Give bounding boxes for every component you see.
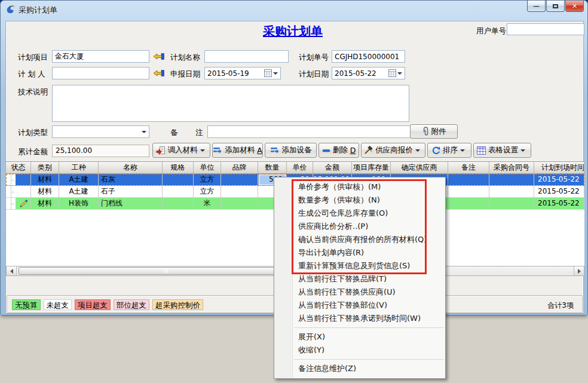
picker-hand-icon[interactable] <box>153 69 165 78</box>
cell[interactable]: 2015-05-22 <box>534 186 584 198</box>
cell[interactable]: 石灰 <box>99 174 163 186</box>
cell[interactable]: 材料 <box>31 198 59 210</box>
cell[interactable] <box>163 198 194 210</box>
close-button[interactable]: ✕ <box>565 1 584 12</box>
plan-date-input[interactable]: 2015-05-22 <box>332 67 405 79</box>
table-grid-icon <box>477 146 486 155</box>
menu-item[interactable]: 单价参考（供审核）(M) <box>274 180 445 194</box>
menu-item[interactable]: 从当前行往下替换品牌(T) <box>274 272 445 286</box>
table-header-row[interactable]: 状态 类别 工种 名称 规格 单位 品牌 数量 单价 金额 项目库存量 确定供应… <box>6 162 584 174</box>
cell[interactable]: 2015-05-22 <box>534 198 584 210</box>
menu-item[interactable]: 重新计算预算信息及到货信息(S) <box>274 259 445 272</box>
context-menu: 单价参考（供审核）(M) 数量参考（供审核）(N) 生成公司仓库总库存量(O) … <box>274 177 446 379</box>
cell[interactable] <box>221 174 258 186</box>
header-cell[interactable]: 规格 <box>163 162 194 173</box>
header-cell[interactable]: 金额 <box>313 162 352 173</box>
cell[interactable]: H装饰 <box>59 198 99 210</box>
cell[interactable]: 立方 <box>194 186 221 198</box>
tree-expander[interactable] <box>6 198 16 209</box>
calendar-icon[interactable] <box>388 69 396 77</box>
chevron-down-icon <box>200 149 205 152</box>
button-label: 删除 <box>333 145 348 155</box>
cell[interactable] <box>448 198 489 210</box>
cell[interactable] <box>489 174 534 186</box>
row-status-cell[interactable] <box>6 174 31 186</box>
menu-item[interactable]: 备注信息维护(Z) <box>274 362 445 375</box>
minimize-button[interactable]: — <box>527 1 546 12</box>
header-cell[interactable]: 品牌 <box>221 162 258 173</box>
cell[interactable]: A土建 <box>59 174 99 186</box>
header-cell[interactable]: 类别 <box>31 162 59 173</box>
cell[interactable] <box>448 186 489 198</box>
header-cell[interactable]: 单价 <box>287 162 313 173</box>
window-titlebar[interactable]: 采购计划单 — ✕ <box>1 1 587 18</box>
maximize-button[interactable] <box>546 1 565 12</box>
table-settings-button[interactable]: 表格设置 <box>473 143 531 158</box>
tree-expander[interactable] <box>6 186 16 197</box>
remark-input[interactable] <box>207 125 413 138</box>
scrollbar-thumb[interactable] <box>19 267 313 275</box>
menu-item[interactable]: 数量参考（供审核）(N) <box>274 194 445 207</box>
calendar-icon[interactable] <box>264 69 272 77</box>
menu-item[interactable]: 从当前行往下替换承诺到场时间(W) <box>274 312 445 325</box>
delete-button[interactable]: 删除D <box>318 143 359 158</box>
header-cell[interactable]: 数量 <box>258 162 287 173</box>
cell[interactable]: 2015-05-22 <box>534 174 584 186</box>
header-cell[interactable]: 单位 <box>194 162 221 173</box>
picker-hand-icon[interactable] <box>153 52 165 62</box>
attachment-button[interactable]: 附件 <box>410 124 458 139</box>
cell[interactable]: A土建 <box>59 186 99 198</box>
row-status-cell[interactable] <box>6 198 31 210</box>
plan-type-select[interactable] <box>52 125 149 138</box>
header-cell[interactable]: 状态 <box>6 162 31 173</box>
chevron-down-icon[interactable] <box>397 72 402 75</box>
scroll-right-arrow[interactable] <box>574 266 584 275</box>
header-cell[interactable]: 名称 <box>99 162 163 173</box>
import-material-button[interactable]: 调入材料 <box>152 143 210 158</box>
cell[interactable] <box>489 198 534 210</box>
menu-item[interactable]: 供应商比价分析..(P) <box>274 220 445 233</box>
header-cell[interactable]: 项目库存量 <box>352 162 391 173</box>
sort-button[interactable]: 排序 <box>427 143 471 158</box>
add-equipment-button[interactable]: 添加设备 <box>265 143 317 158</box>
plan-name-input[interactable] <box>204 50 289 63</box>
cell[interactable] <box>221 186 258 198</box>
menu-item[interactable]: 从当前行往下替换部位(V) <box>274 299 445 312</box>
cell[interactable] <box>448 174 489 186</box>
planner-input[interactable] <box>52 67 149 79</box>
tech-note-textarea[interactable] <box>52 85 409 122</box>
user-no-input[interactable] <box>507 23 584 35</box>
menu-item[interactable]: 展开(X) <box>274 330 445 344</box>
menu-item[interactable]: 确认当前供应商有报价的所有材料(Q) <box>274 233 445 246</box>
cell[interactable] <box>163 186 194 198</box>
tree-expander[interactable] <box>6 174 16 185</box>
supplier-quote-button[interactable]: 供应商报价 <box>361 143 425 158</box>
cell[interactable]: 立方 <box>194 174 221 186</box>
menu-item[interactable]: 生成公司仓库总库存量(O) <box>274 207 445 220</box>
cell[interactable] <box>221 198 258 210</box>
cell[interactable] <box>489 186 534 198</box>
cell[interactable]: 米 <box>194 198 221 210</box>
add-material-button[interactable]: 添加材料A <box>212 143 263 158</box>
plan-no-input[interactable] <box>332 50 405 63</box>
header-cell[interactable]: 计划到场时间 <box>534 162 584 173</box>
plan-project-input[interactable] <box>52 50 149 63</box>
cell[interactable]: 门档线 <box>99 198 163 210</box>
button-label: 表格设置 <box>488 145 518 155</box>
declare-date-input[interactable]: 2015-05-19 <box>204 67 281 79</box>
menu-item[interactable]: 从当前行往下替换供应商(U) <box>274 286 445 299</box>
menu-item[interactable]: 导出计划单内容(R) <box>274 246 445 259</box>
chevron-down-icon[interactable] <box>273 72 278 75</box>
row-status-cell[interactable] <box>6 186 31 198</box>
cell[interactable] <box>163 174 194 186</box>
scroll-left-arrow[interactable] <box>7 266 17 275</box>
cell[interactable]: 材料 <box>31 186 59 198</box>
legend-chip: 超采购控制价 <box>152 299 203 310</box>
cell[interactable]: 材料 <box>31 174 59 186</box>
header-cell[interactable]: 工种 <box>59 162 99 173</box>
menu-item[interactable]: 收缩(Y) <box>274 344 445 357</box>
header-cell[interactable]: 采购合同号 <box>489 162 534 173</box>
cell[interactable]: 石子 <box>99 186 163 198</box>
header-cell[interactable]: 确定供应商 <box>391 162 448 173</box>
header-cell[interactable]: 备注 <box>448 162 489 173</box>
